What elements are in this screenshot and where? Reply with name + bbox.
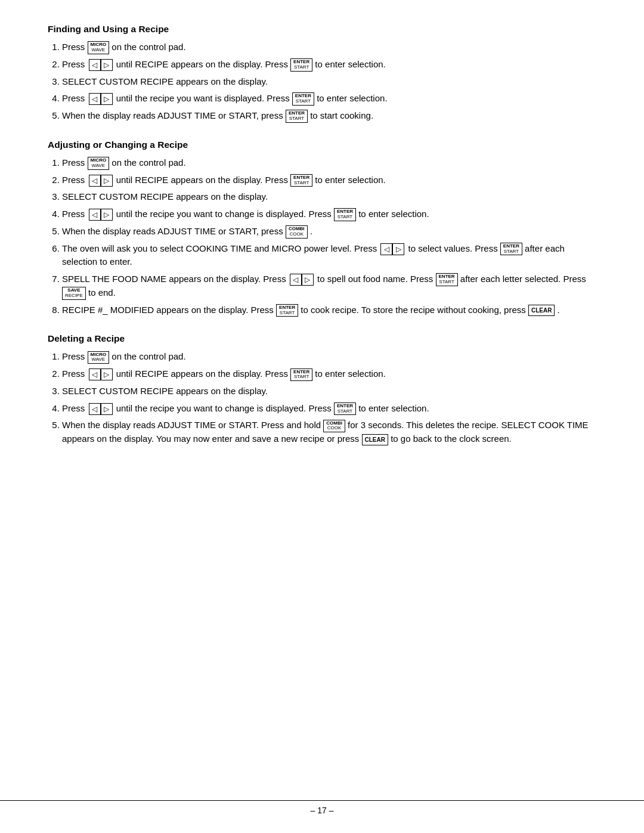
step-adj-5: When the display reads ADJUST TIME or ST… [62, 225, 596, 239]
step-del-1: Press MICROWAVE on the control pad. [62, 350, 596, 364]
section-title-deleting: Deleting a Recipe [48, 333, 596, 344]
section-finding: Finding and Using a Recipe Press MICROWA… [48, 24, 596, 123]
arrow-keys-d2: ◁▷ [89, 368, 113, 380]
arrow-left: ◁ [89, 209, 101, 221]
arrow-right: ▷ [101, 403, 113, 415]
section-title-finding: Finding and Using a Recipe [48, 24, 596, 35]
save-recipe-key-a7: SAVERECIPE [62, 287, 86, 300]
combi-cook-key-d5: COMBICOOK [323, 420, 345, 433]
enter-start-key-a8: ENTERSTART [276, 304, 298, 317]
enter-start-key-a7: ENTERSTART [436, 273, 458, 286]
step-finding-3: SELECT CUSTOM RECIPE appears on the disp… [62, 75, 596, 89]
step-finding-1: Press MICROWAVE on the control pad. [62, 41, 596, 54]
step-del-2: Press ◁▷ until RECIPE appears on the dis… [62, 367, 596, 381]
step-finding-5: When the display reads ADJUST TIME or ST… [62, 109, 596, 123]
arrow-left: ◁ [380, 243, 392, 255]
step-del-3: SELECT CUSTOM RECIPE appears on the disp… [62, 385, 596, 398]
arrow-keys-a4: ◁▷ [89, 209, 113, 221]
steps-deleting: Press MICROWAVE on the control pad. Pres… [48, 350, 596, 445]
section-title-adjusting: Adjusting or Changing a Recipe [48, 140, 596, 150]
enter-start-key-f4: ENTERSTART [292, 92, 314, 106]
step-del-5: When the display reads ADJUST TIME or ST… [62, 419, 596, 445]
enter-start-key-d4: ENTERSTART [334, 402, 356, 416]
steps-finding: Press MICROWAVE on the control pad. Pres… [48, 41, 596, 123]
step-del-4: Press ◁▷ until the recipe you want to ch… [62, 402, 596, 416]
arrow-right: ▷ [302, 274, 314, 286]
step-adj-8: RECIPE #_ MODIFIED appears on the displa… [62, 304, 596, 317]
arrow-left: ◁ [89, 93, 101, 105]
arrow-right: ▷ [101, 209, 113, 221]
step-finding-2: Press ◁▷ until RECIPE appears on the dis… [62, 58, 596, 72]
enter-start-key-a6: ENTERSTART [500, 243, 522, 256]
steps-adjusting: Press MICROWAVE on the control pad. Pres… [48, 156, 596, 317]
combi-cook-key-a5: COMBICOOK [286, 225, 308, 239]
arrow-right: ▷ [101, 59, 113, 71]
arrow-left: ◁ [89, 59, 101, 71]
arrow-right: ▷ [392, 243, 404, 255]
arrow-left: ◁ [89, 368, 101, 380]
micro-wave-key-1: MICROWAVE [88, 41, 110, 54]
arrow-left: ◁ [290, 274, 302, 286]
arrow-keys-f2: ◁▷ [89, 59, 113, 71]
arrow-right: ▷ [101, 175, 113, 187]
step-adj-3: SELECT CUSTOM RECIPE appears on the disp… [62, 190, 596, 204]
arrow-keys-f4: ◁▷ [89, 93, 113, 105]
enter-start-key-a2: ENTERSTART [290, 174, 312, 187]
page-number: – 17 – [311, 806, 334, 815]
arrow-keys-d4: ◁▷ [89, 403, 113, 415]
enter-start-key-d2: ENTERSTART [290, 368, 312, 382]
micro-wave-key-a1: MICROWAVE [88, 157, 110, 170]
micro-wave-key-d1: MICROWAVE [88, 351, 110, 364]
enter-start-key-f2: ENTERSTART [290, 58, 312, 72]
step-finding-4: Press ◁▷ until the recipe you want is di… [62, 92, 596, 106]
arrow-keys-a7: ◁▷ [290, 274, 314, 286]
arrow-left: ◁ [89, 175, 101, 187]
arrow-keys-a6: ◁▷ [380, 243, 404, 255]
arrow-keys-a2: ◁▷ [89, 175, 113, 187]
enter-start-key-a4: ENTERSTART [334, 208, 356, 221]
step-adj-2: Press ◁▷ until RECIPE appears on the dis… [62, 174, 596, 187]
clear-key-a8: CLEAR [528, 305, 555, 316]
arrow-right: ▷ [101, 368, 113, 380]
section-deleting: Deleting a Recipe Press MICROWAVE on the… [48, 333, 596, 445]
clear-key-d5: CLEAR [362, 434, 388, 445]
enter-start-key-f5: ENTERSTART [286, 110, 308, 123]
step-adj-1: Press MICROWAVE on the control pad. [62, 156, 596, 170]
page-content: Finding and Using a Recipe Press MICROWA… [0, 0, 644, 510]
step-adj-6: The oven will ask you to select COOKING … [62, 242, 596, 269]
arrow-right: ▷ [101, 93, 113, 105]
page-footer: – 17 – [0, 800, 644, 815]
arrow-left: ◁ [89, 403, 101, 415]
section-adjusting: Adjusting or Changing a Recipe Press MIC… [48, 140, 596, 317]
step-adj-4: Press ◁▷ until the recipe you want to ch… [62, 208, 596, 221]
step-adj-7: SPELL THE FOOD NAME appears on the displ… [62, 272, 596, 300]
